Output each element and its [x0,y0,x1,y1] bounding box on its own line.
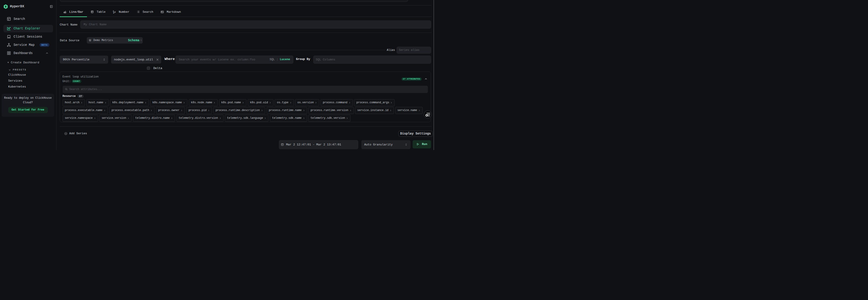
svg-text:2: 2 [113,12,114,13]
svg-text:3: 3 [115,11,116,13]
